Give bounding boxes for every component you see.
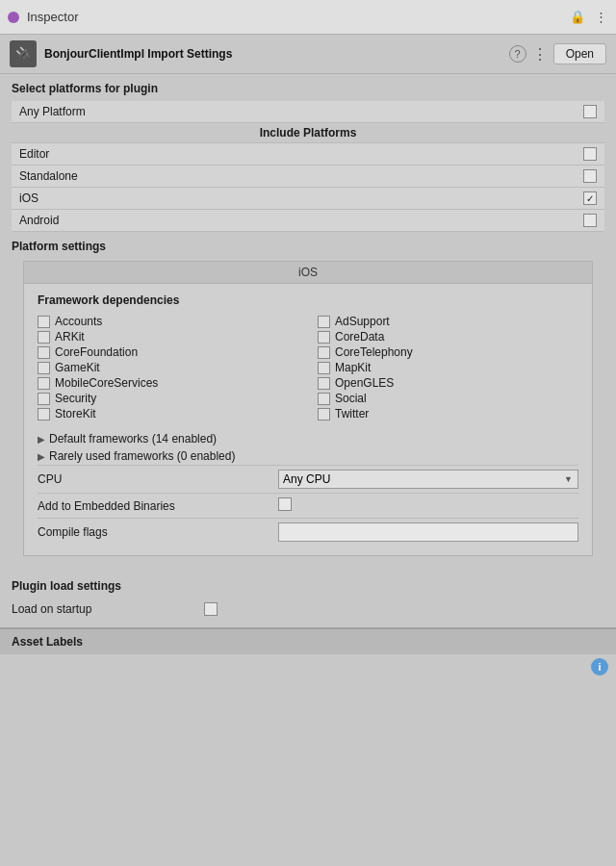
options-icon[interactable]: ⋮ <box>532 45 548 64</box>
editor-label: Editor <box>12 143 576 166</box>
include-platforms-label: Include Platforms <box>12 123 604 143</box>
settings-panel-inner: Framework dependencies Accounts AdSuppor… <box>24 284 592 555</box>
fw-cb-storekit[interactable] <box>38 408 50 420</box>
load-on-startup-row: Load on startup <box>12 599 604 620</box>
framework-list: Accounts AdSupport ARKit CoreData CoreFo… <box>38 315 578 420</box>
fw-item-adsupport: AdSupport <box>318 315 578 328</box>
asset-labels-bar: Asset Labels <box>0 627 616 654</box>
cpu-select-wrap: Any CPU x86 x86_64 ARM ARM64 <box>278 470 578 489</box>
bottom-bar: i <box>0 654 616 679</box>
fw-cb-corefoundation[interactable] <box>38 346 50 359</box>
fw-label-arkit: ARKit <box>55 330 85 344</box>
file-header: 🔌 BonjourClientImpl Import Settings ? ⋮ … <box>0 35 616 74</box>
fw-item-opengles: OpenGLES <box>318 376 578 390</box>
fw-label-mapkit: MapKit <box>335 361 371 374</box>
fw-label-gamekit: GameKit <box>55 361 100 374</box>
fw-cb-security[interactable] <box>38 393 50 405</box>
include-platforms-header: Include Platforms <box>12 123 604 143</box>
fw-item-arkit: ARKit <box>38 330 298 344</box>
fw-cb-coredata[interactable] <box>318 331 330 344</box>
platform-row-editor: Editor <box>12 143 604 166</box>
platform-tab-ios[interactable]: iOS <box>24 262 592 284</box>
fw-cb-twitter[interactable] <box>318 408 330 420</box>
settings-panel: iOS Framework dependencies Accounts AdSu… <box>23 261 593 556</box>
embedded-binaries-row: Add to Embedded Binaries <box>38 493 578 518</box>
fw-cb-coretelephony[interactable] <box>318 346 330 359</box>
file-icon: 🔌 <box>10 40 37 67</box>
compile-flags-input[interactable] <box>278 522 578 542</box>
fw-item-twitter: Twitter <box>318 407 578 420</box>
rarely-used-row[interactable]: ▶ Rarely used frameworks (0 enabled) <box>38 447 578 465</box>
fw-label-corefoundation: CoreFoundation <box>55 345 138 359</box>
fw-label-adsupport: AdSupport <box>335 315 390 328</box>
compile-flags-label: Compile flags <box>38 525 278 539</box>
load-on-startup-checkbox[interactable] <box>204 602 218 616</box>
embedded-binaries-cb-wrap <box>278 497 578 514</box>
fw-label-coredata: CoreData <box>335 330 384 344</box>
embedded-binaries-label: Add to Embedded Binaries <box>38 499 278 513</box>
fw-label-coretelephony: CoreTelephony <box>335 345 413 359</box>
file-header-right: ? ⋮ Open <box>509 43 606 64</box>
rarely-used-arrow: ▶ <box>38 451 45 462</box>
platform-row-ios: iOS <box>12 188 604 210</box>
cpu-select[interactable]: Any CPU x86 x86_64 ARM ARM64 <box>278 470 578 489</box>
default-frameworks-label: Default frameworks (14 enabled) <box>49 432 217 446</box>
platform-table: Any Platform Include Platforms Editor St… <box>12 101 604 232</box>
open-button[interactable]: Open <box>553 43 606 64</box>
platform-settings-section: Platform settings iOS Framework dependen… <box>0 240 616 572</box>
fw-cb-social[interactable] <box>318 393 330 405</box>
asset-labels-title: Asset Labels <box>12 635 83 649</box>
fw-item-coredata: CoreData <box>318 330 578 344</box>
title-bar-icons: 🔒 ⋮ <box>570 10 608 25</box>
default-frameworks-row[interactable]: ▶ Default frameworks (14 enabled) <box>38 430 578 447</box>
fw-cb-accounts[interactable] <box>38 316 50 328</box>
title-bar: Inspector 🔒 ⋮ <box>0 0 616 35</box>
editor-checkbox[interactable] <box>583 147 597 161</box>
standalone-label: Standalone <box>12 166 576 188</box>
fw-label-accounts: Accounts <box>55 315 102 328</box>
fw-item-storekit: StoreKit <box>38 407 298 420</box>
cpu-label: CPU <box>38 472 278 486</box>
android-label: Android <box>12 210 576 232</box>
embedded-binaries-checkbox[interactable] <box>278 497 292 511</box>
fw-item-accounts: Accounts <box>38 315 298 328</box>
plugin-load-section: Plugin load settings Load on startup <box>0 572 616 627</box>
select-platforms-title: Select platforms for plugin <box>12 82 604 95</box>
standalone-checkbox[interactable] <box>583 169 597 183</box>
any-platform-row: Any Platform <box>12 101 604 123</box>
fw-item-mobilecoreservices: MobileCoreServices <box>38 376 298 390</box>
fw-item-social: Social <box>318 392 578 405</box>
cpu-row: CPU Any CPU x86 x86_64 ARM ARM64 <box>38 465 578 493</box>
fw-label-storekit: StoreKit <box>55 407 96 420</box>
fw-item-corefoundation: CoreFoundation <box>38 345 298 359</box>
fw-cb-arkit[interactable] <box>38 331 50 344</box>
lock-icon[interactable]: 🔒 <box>570 10 585 25</box>
fw-label-opengles: OpenGLES <box>335 376 394 390</box>
more-icon[interactable]: ⋮ <box>593 10 608 25</box>
platform-row-standalone: Standalone <box>12 166 604 188</box>
fw-item-security: Security <box>38 392 298 405</box>
fw-label-security: Security <box>55 392 96 405</box>
android-checkbox[interactable] <box>583 214 597 227</box>
compile-flags-input-wrap <box>278 522 578 542</box>
load-on-startup-label: Load on startup <box>12 602 204 616</box>
fw-item-mapkit: MapKit <box>318 361 578 374</box>
fw-cb-adsupport[interactable] <box>318 316 330 328</box>
fw-label-twitter: Twitter <box>335 407 369 420</box>
fw-cb-mapkit[interactable] <box>318 362 330 374</box>
rarely-used-label: Rarely used frameworks (0 enabled) <box>49 449 235 463</box>
select-platforms-section: Select platforms for plugin Any Platform… <box>0 74 616 240</box>
file-title: BonjourClientImpl Import Settings <box>44 47 232 61</box>
ios-checkbox[interactable] <box>583 191 597 205</box>
any-platform-label: Any Platform <box>12 101 576 123</box>
fw-cb-mobilecoreservices[interactable] <box>38 377 50 390</box>
info-icon[interactable]: i <box>591 658 608 675</box>
fw-label-social: Social <box>335 392 367 405</box>
fw-cb-gamekit[interactable] <box>38 362 50 374</box>
window-title: Inspector <box>27 10 78 24</box>
fw-cb-opengles[interactable] <box>318 377 330 390</box>
platform-row-android: Android <box>12 210 604 232</box>
help-icon[interactable]: ? <box>509 45 526 63</box>
any-platform-checkbox[interactable] <box>583 105 597 118</box>
app-icon <box>8 12 19 23</box>
